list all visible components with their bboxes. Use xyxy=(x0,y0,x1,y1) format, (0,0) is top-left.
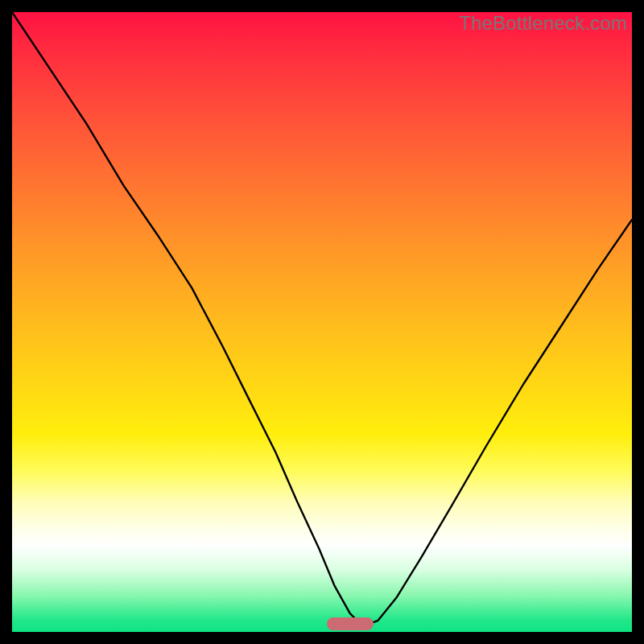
chart-plot-area: TheBottleneck.com xyxy=(12,12,632,632)
curve-path xyxy=(12,12,632,625)
watermark-text: TheBottleneck.com xyxy=(459,12,627,35)
bottleneck-curve xyxy=(12,12,632,632)
optimal-region-marker xyxy=(327,617,374,630)
chart-frame: TheBottleneck.com xyxy=(0,0,644,644)
